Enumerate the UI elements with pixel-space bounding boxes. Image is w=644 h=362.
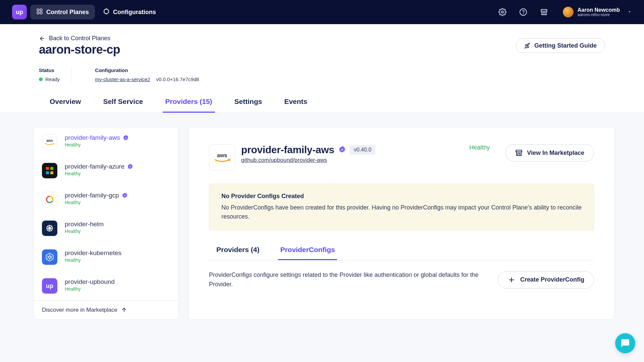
verified-badge-icon xyxy=(127,164,133,170)
detail-title: provider-family-aws xyxy=(241,144,334,156)
provider-icon: up xyxy=(42,278,57,294)
provider-item[interactable]: upprovider-upboundHealthy xyxy=(34,272,178,300)
provider-item[interactable]: provider-helmHealthy xyxy=(34,214,178,243)
arrow-up-icon xyxy=(121,307,127,313)
inner-tab-provider-configs[interactable]: ProviderConfigs xyxy=(278,246,337,260)
svg-rect-11 xyxy=(50,171,53,174)
help-icon xyxy=(519,8,527,16)
svg-rect-3 xyxy=(40,12,42,14)
warning-body: No ProviderConfigs have been created for… xyxy=(221,203,582,221)
marketplace-button[interactable] xyxy=(538,6,550,18)
status-label: Status xyxy=(39,67,60,73)
detail-provider-icon: aws xyxy=(209,144,235,170)
svg-rect-1 xyxy=(40,9,42,11)
config-link[interactable]: my-cluster-as-a-service2 xyxy=(95,76,150,82)
svg-rect-9 xyxy=(50,167,53,170)
svg-text:aws: aws xyxy=(217,152,227,158)
provider-item[interactable]: provider-family-azure Healthy xyxy=(34,156,178,185)
getting-started-button[interactable]: Getting Started Guide xyxy=(516,38,605,53)
nav-configurations[interactable]: Configurations xyxy=(103,8,156,16)
provider-item[interactable]: provider-kubernetesHealthy xyxy=(34,243,178,272)
logo[interactable]: up xyxy=(12,5,27,19)
chat-button[interactable] xyxy=(615,333,635,353)
version-badge: v0.40.0 xyxy=(350,145,375,155)
marketplace-discover[interactable]: Discover more in Marketplace xyxy=(34,300,178,319)
svg-text:aws: aws xyxy=(46,139,53,142)
verified-badge-icon xyxy=(122,192,128,198)
svg-rect-8 xyxy=(46,167,49,170)
svg-point-4 xyxy=(501,11,503,13)
config-icon xyxy=(103,8,110,16)
svg-point-6 xyxy=(523,14,523,14)
grid-icon xyxy=(36,8,43,16)
config-label: Configuration xyxy=(95,67,199,73)
svg-rect-0 xyxy=(37,9,39,11)
avatar xyxy=(563,7,574,17)
svg-point-14 xyxy=(49,256,51,258)
provider-item[interactable]: awsprovider-family-aws Healthy xyxy=(34,127,178,156)
repo-link[interactable]: github.com/upbound/provider-aws xyxy=(241,157,375,164)
help-button[interactable] xyxy=(517,6,529,18)
settings-button[interactable] xyxy=(496,6,508,18)
status-value: Ready xyxy=(39,76,60,82)
nav-control-planes[interactable]: Control Planes xyxy=(30,5,95,19)
tab-events[interactable]: Events xyxy=(281,98,310,113)
status-dot-icon xyxy=(39,77,43,81)
verified-badge-icon xyxy=(338,146,346,154)
svg-rect-10 xyxy=(46,171,49,174)
provider-name: provider-upbound xyxy=(65,278,115,286)
chevron-down-icon xyxy=(627,9,632,15)
svg-marker-13 xyxy=(46,253,53,261)
nav-control-planes-label: Control Planes xyxy=(46,9,89,16)
provider-name: provider-helm xyxy=(65,221,104,228)
store-icon xyxy=(515,149,523,157)
back-text: Back to Control Planes xyxy=(49,35,110,42)
config-version: v0.0.0+16.7e7c9d8 xyxy=(156,76,199,82)
plus-icon xyxy=(507,276,516,284)
provider-icon xyxy=(42,221,57,236)
provider-health: Healthy xyxy=(65,142,129,147)
chat-icon xyxy=(621,339,630,348)
provider-configs-desc: ProviderConfigs configure settings relat… xyxy=(209,270,484,289)
meta-row: Status Ready Configuration my-cluster-as… xyxy=(39,67,605,82)
provider-name: provider-family-azure xyxy=(65,163,133,170)
provider-name: provider-kubernetes xyxy=(65,249,121,257)
user-menu[interactable]: Aaron Newcomb aarons-retro-store xyxy=(563,7,632,17)
nav-configurations-label: Configurations xyxy=(113,9,156,16)
provider-health: Healthy xyxy=(65,257,121,263)
provider-health: Healthy xyxy=(65,286,115,292)
top-nav: up Control Planes Configurations Aaron N… xyxy=(0,0,644,24)
providers-sidebar: awsprovider-family-aws Healthyprovider-f… xyxy=(34,127,178,320)
provider-name: provider-family-aws xyxy=(65,134,129,141)
provider-icon xyxy=(42,192,57,207)
provider-health: Healthy xyxy=(65,200,128,205)
user-name: Aaron Newcomb xyxy=(578,7,620,13)
store-icon xyxy=(540,8,548,16)
warning-box: No Provider Configs Created No ProviderC… xyxy=(209,184,594,230)
inner-tab-providers[interactable]: Providers (4) xyxy=(214,246,261,260)
provider-name: provider-family-gcp xyxy=(65,192,128,199)
svg-rect-2 xyxy=(37,12,39,14)
tab-providers[interactable]: Providers (15) xyxy=(163,98,215,113)
tab-settings[interactable]: Settings xyxy=(232,98,265,113)
main-tabs: Overview Self Service Providers (15) Set… xyxy=(39,98,605,113)
aws-icon: aws xyxy=(213,152,231,163)
provider-icon xyxy=(42,249,57,265)
gear-icon xyxy=(498,8,506,16)
healthy-label: Healthy xyxy=(469,144,490,151)
page-header: Back to Control Planes aaron-store-cp Ge… xyxy=(0,24,644,113)
tab-overview[interactable]: Overview xyxy=(47,98,84,113)
tab-self-service[interactable]: Self Service xyxy=(100,98,146,113)
arrow-left-icon xyxy=(39,35,46,42)
user-org: aarons-retro-store xyxy=(578,13,620,17)
warning-title: No Provider Configs Created xyxy=(221,193,582,200)
body-area: awsprovider-family-aws Healthyprovider-f… xyxy=(0,113,644,320)
view-marketplace-button[interactable]: View In Marketplace xyxy=(505,144,594,162)
getting-started-label: Getting Started Guide xyxy=(534,42,597,49)
verified-badge-icon xyxy=(123,135,129,141)
rocket-icon xyxy=(524,42,531,49)
create-provider-config-button[interactable]: Create ProviderConfig xyxy=(498,271,594,289)
provider-item[interactable]: provider-family-gcp Healthy xyxy=(34,185,178,214)
provider-icon xyxy=(42,163,57,178)
provider-icon: aws xyxy=(42,134,57,149)
